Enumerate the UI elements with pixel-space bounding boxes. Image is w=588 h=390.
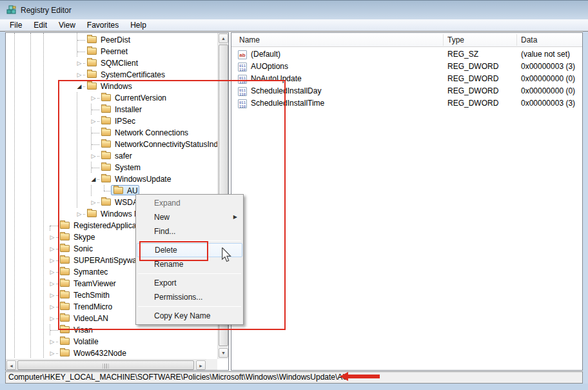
horizontal-scroll-thumb[interactable] xyxy=(17,360,194,370)
scroll-grip xyxy=(103,364,109,369)
value-type: REG_SZ xyxy=(447,48,478,61)
registry-editor-icon xyxy=(6,5,17,15)
window-border-left xyxy=(0,32,5,384)
menu-help[interactable]: Help xyxy=(124,19,152,31)
expand-icon[interactable]: ▷ xyxy=(48,243,56,255)
annotation-rectangle-windows-subtree xyxy=(58,80,286,330)
value-type: REG_DWORD xyxy=(447,73,498,85)
title-bar: Registry Editor xyxy=(0,0,588,19)
folder-icon xyxy=(87,48,97,55)
tree-horizontal-scrollbar[interactable]: ◄ ► xyxy=(6,359,217,370)
folder-icon xyxy=(87,59,97,66)
tree-item-systemcertificates[interactable]: ▷SystemCertificates xyxy=(6,69,217,81)
selected-key-path: Computer\HKEY_LOCAL_MACHINE\SOFTWARE\Pol… xyxy=(8,373,348,382)
value-type: REG_DWORD xyxy=(447,85,498,97)
folder-icon xyxy=(87,71,97,78)
list-header: Name Type Data xyxy=(231,33,582,47)
tree-item-wow6432node[interactable]: ▷Wow6432Node xyxy=(6,347,217,359)
tree-item-label: SQMClient xyxy=(101,58,138,68)
window-title: Registry Editor xyxy=(21,6,72,15)
expand-icon[interactable]: ▷ xyxy=(48,313,56,324)
value-data: 0x00000000 (0) xyxy=(521,73,575,85)
tree-connector xyxy=(50,226,58,226)
expand-icon[interactable]: ▷ xyxy=(48,231,56,243)
status-bar: Computer\HKEY_LOCAL_MACHINE\SOFTWARE\Pol… xyxy=(5,371,583,384)
tree-item-label: Volatile xyxy=(74,336,99,347)
tree-item-label: SystemCertificates xyxy=(101,70,165,80)
value-row-auoptions[interactable]: 011110AUOptionsREG_DWORD0x00000003 (3) xyxy=(231,61,582,73)
value-type: REG_DWORD xyxy=(447,97,498,110)
column-separator[interactable] xyxy=(443,34,444,46)
tree-item-peernet[interactable]: Peernet xyxy=(6,46,217,57)
column-header-type[interactable]: Type xyxy=(447,33,464,47)
expand-icon[interactable]: ▷ xyxy=(48,289,56,301)
value-type: REG_DWORD xyxy=(447,61,498,73)
value-name: (Default) xyxy=(251,48,280,61)
expand-icon[interactable]: ▷ xyxy=(48,266,56,278)
scroll-right-button[interactable]: ► xyxy=(196,360,206,370)
annotation-arrow-status-path xyxy=(340,372,380,381)
scroll-left-button[interactable]: ◄ xyxy=(6,360,16,370)
tree-item-label: PeerDist xyxy=(101,35,130,45)
expand-icon[interactable]: ▷ xyxy=(48,278,56,289)
registry-editor-window: Registry Editor FileEditViewFavoritesHel… xyxy=(0,0,588,390)
tree-item-peerdist[interactable]: PeerDist xyxy=(6,34,217,46)
scroll-up-button[interactable]: ▲ xyxy=(219,34,228,43)
expand-icon[interactable]: ▷ xyxy=(48,301,56,313)
value-row-default[interactable]: ab(Default)REG_SZ(value not set) xyxy=(231,48,582,61)
folder-icon xyxy=(87,36,97,43)
tree-item-label: Wow6432Node xyxy=(74,348,126,358)
column-header-name[interactable]: Name xyxy=(239,33,260,47)
menu-edit[interactable]: Edit xyxy=(28,19,53,31)
expand-icon[interactable]: ▷ xyxy=(48,255,56,266)
window-border-right xyxy=(583,32,588,384)
column-header-data[interactable]: Data xyxy=(521,33,537,47)
tree-item-label: Peernet xyxy=(101,46,128,57)
column-separator[interactable] xyxy=(516,34,517,46)
menu-favorites[interactable]: Favorites xyxy=(81,19,124,31)
expand-icon[interactable]: ▷ xyxy=(75,69,83,81)
folder-icon xyxy=(60,338,70,345)
value-data: 0x00000000 (0) xyxy=(521,85,575,97)
value-data: 0x00000003 (3) xyxy=(521,97,575,110)
menu-file[interactable]: File xyxy=(4,19,28,31)
value-data: (value not set) xyxy=(521,48,570,61)
tree-item-volatile[interactable]: ▷Volatile xyxy=(6,336,217,347)
menu-bar: FileEditViewFavoritesHelp xyxy=(0,19,588,32)
value-name: AUOptions xyxy=(251,61,288,73)
expand-icon[interactable]: ▷ xyxy=(48,347,56,359)
reg-dword-icon: 011110 xyxy=(238,63,247,72)
scrollbar-corner xyxy=(206,359,217,370)
annotation-rectangle-delete xyxy=(139,241,208,261)
tree-connector xyxy=(77,52,85,52)
value-data: 0x00000003 (3) xyxy=(521,61,575,73)
tree-item-sqmclient[interactable]: ▷SQMClient xyxy=(6,57,217,69)
folder-icon xyxy=(60,349,70,356)
mouse-cursor-icon xyxy=(221,248,232,266)
tree-connector xyxy=(50,330,58,331)
menu-view[interactable]: View xyxy=(53,19,81,31)
window-border-bottom xyxy=(0,384,588,390)
reg-sz-icon: ab xyxy=(238,50,247,59)
expand-icon[interactable]: ▷ xyxy=(75,57,83,69)
arrow-shaft xyxy=(348,375,380,378)
scroll-down-button[interactable]: ▼ xyxy=(219,348,228,358)
expand-icon[interactable]: ▷ xyxy=(48,336,56,347)
tree-connector xyxy=(77,40,85,41)
